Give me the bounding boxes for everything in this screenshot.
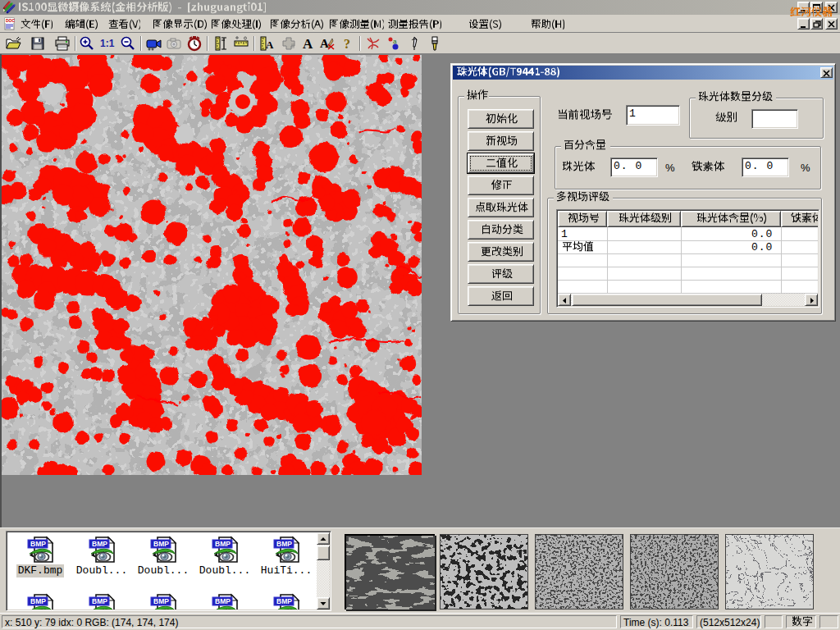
svg-text:BMP: BMP bbox=[276, 540, 292, 548]
svg-text:DOC: DOC bbox=[6, 18, 16, 23]
svg-text:BMP: BMP bbox=[30, 597, 46, 605]
svg-text:BMP: BMP bbox=[92, 597, 107, 605]
svg-text:BMP: BMP bbox=[153, 540, 169, 548]
svg-text:A: A bbox=[320, 37, 329, 50]
svg-text:BMP: BMP bbox=[30, 540, 46, 548]
svg-text:BMP: BMP bbox=[276, 597, 292, 605]
svg-text:?: ? bbox=[344, 37, 350, 51]
svg-text:BMP: BMP bbox=[215, 540, 231, 548]
svg-text:A: A bbox=[303, 36, 313, 52]
svg-text:BMP: BMP bbox=[92, 540, 107, 548]
svg-text:BMP: BMP bbox=[153, 597, 169, 605]
svg-text:BMP: BMP bbox=[215, 597, 231, 605]
svg-text:A: A bbox=[266, 39, 274, 51]
svg-text:1:1: 1:1 bbox=[100, 38, 115, 49]
